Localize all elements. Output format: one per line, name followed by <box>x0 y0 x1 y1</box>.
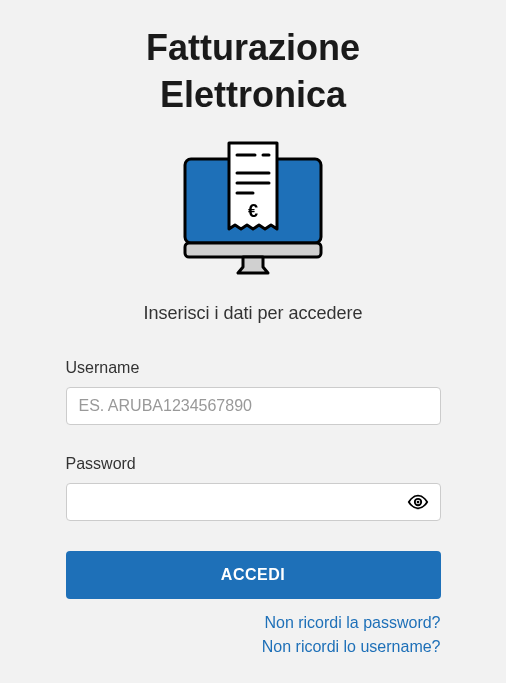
password-group: Password <box>66 455 441 521</box>
eye-icon <box>407 491 429 513</box>
password-input[interactable] <box>66 483 441 521</box>
logo: € <box>173 139 333 283</box>
subtitle: Inserisci i dati per accedere <box>143 303 362 324</box>
username-input[interactable] <box>66 387 441 425</box>
invoice-computer-icon: € <box>173 139 333 279</box>
svg-text:€: € <box>248 201 258 221</box>
forgot-username-link[interactable]: Non ricordi lo username? <box>66 638 441 656</box>
username-label: Username <box>66 359 441 377</box>
svg-rect-1 <box>185 243 321 257</box>
password-label: Password <box>66 455 441 473</box>
login-form: Username Password ACCEDI Non ricordi la … <box>66 359 441 662</box>
login-button[interactable]: ACCEDI <box>66 551 441 599</box>
password-input-wrapper <box>66 483 441 521</box>
help-links: Non ricordi la password? Non ricordi lo … <box>66 614 441 662</box>
page-title: Fatturazione Elettronica <box>146 25 360 119</box>
username-group: Username <box>66 359 441 425</box>
title-line-1: Fatturazione <box>146 27 360 68</box>
svg-point-9 <box>416 500 419 503</box>
toggle-password-visibility-button[interactable] <box>403 487 433 517</box>
forgot-password-link[interactable]: Non ricordi la password? <box>66 614 441 632</box>
title-line-2: Elettronica <box>160 74 346 115</box>
